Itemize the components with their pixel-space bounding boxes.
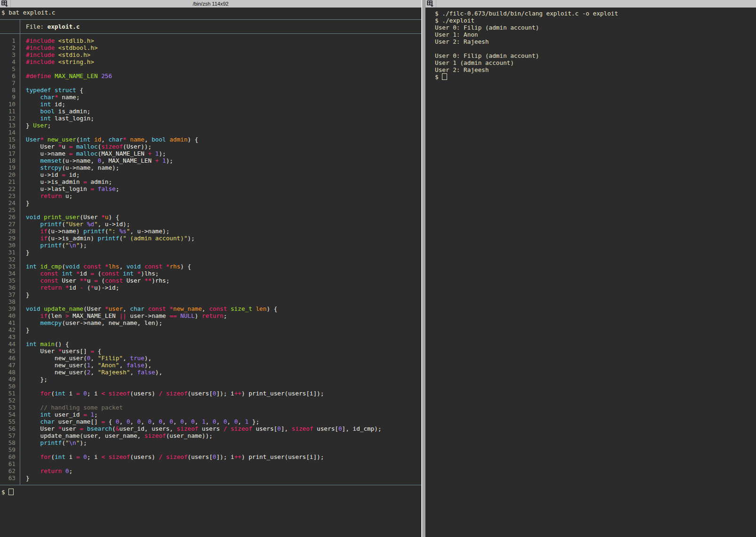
window-menu-icon [427,0,434,7]
window-title: /bin/zsh 114x92 [0,0,421,8]
prompt-symbol: $ [435,73,439,80]
code-text: memcpy(user->name, new_name, len); [26,319,162,326]
terminal-cursor [8,489,14,495]
code-line: 44int main() { [0,340,421,347]
line-number: 33 [0,263,16,270]
code-line: 22 u->last_login = false; [0,185,421,192]
line-number: 22 [0,185,16,192]
code-line: 38 [0,298,421,305]
line-number: 63 [0,474,16,482]
line-number: 23 [0,192,16,199]
line-number: 41 [0,319,16,326]
code-line: 39void update_name(User *user, char cons… [0,305,421,312]
line-number: 45 [0,347,16,355]
code-line: 37} [0,291,421,298]
code-text: // handling some packet [26,404,123,411]
left-titlebar[interactable]: /bin/zsh 114x92 [0,0,421,8]
code-text: printf("\n"); [26,242,87,249]
code-text: update_name(user, user_name, sizeof(user… [26,432,213,439]
line-number: 32 [0,256,16,263]
left-terminal-content[interactable]: $ bat exploit.c File:exploit.c 1#include… [0,8,421,537]
line-number: 38 [0,298,16,305]
output-area: $ ./filc-0.673/build/bin/clang exploit.c… [425,10,756,73]
right-terminal-content[interactable]: $ ./filc-0.673/build/bin/clang exploit.c… [425,8,756,537]
code-text: if(u->name) printf(": %s", u->name); [26,228,170,235]
line-number: 35 [0,277,16,284]
line-number: 16 [0,143,16,150]
line-number: 25 [0,206,16,213]
line-number: 17 [0,150,16,157]
bat-gutter-divider [20,19,20,485]
code-line: 23 return u; [0,192,421,199]
output-line: User 0: Filip (admin account) [425,24,756,31]
code-text: User* new_user(int id, char* name, bool … [26,136,198,143]
code-line: 63} [0,474,421,482]
line-number: 52 [0,397,16,404]
bat-rule-top [0,16,421,20]
code-text: return *id - (*u)->id; [26,284,119,291]
output-line: $ ./filc-0.673/build/bin/clang exploit.c… [425,10,756,17]
line-number: 9 [0,94,16,101]
code-text: void update_name(User *user, char const … [26,305,277,312]
line-number: 60 [0,453,16,460]
output-line: $ ./exploit [425,17,756,24]
code-line: 31} [0,249,421,256]
right-terminal-scrollbar[interactable] [422,0,425,537]
line-number: 18 [0,157,16,164]
code-text: void print_user(User *u) { [26,213,119,221]
output-line: User 0: Filip (admin account) [425,52,756,59]
code-text: bool is_admin; [26,108,91,115]
code-text: } [26,249,30,256]
bat-header: File:exploit.c [0,23,421,30]
line-number: 59 [0,446,16,453]
terminal-cursor [442,73,447,80]
line-number: 24 [0,199,16,206]
code-line: 57 update_name(user, user_name, sizeof(u… [0,432,421,439]
code-line: 28 if(u->name) printf(": %s", u->name); [0,228,421,235]
code-text: int last_login; [26,115,94,122]
line-number: 1 [0,37,16,44]
line-number: 30 [0,242,16,249]
code-text: int main() { [26,340,69,347]
output-line: User 2: Rajeesh [425,66,756,73]
right-titlebar[interactable] [425,0,756,8]
line-number: 57 [0,432,16,439]
line-number: 31 [0,249,16,256]
code-line: 29 if(u->is_admin) printf(" (admin accou… [0,235,421,242]
line-number: 19 [0,164,16,171]
bat-rule-bottom [0,482,421,485]
code-text: new_user(1, "Anon", false), [26,362,151,369]
code-line: 30 printf("\n"); [0,242,421,249]
code-line: 60 for(int i = 0; i < sizeof(users) / si… [0,453,421,460]
code-text: u->name = malloc(MAX_NAME_LEN + 1); [26,150,166,157]
code-text: #define MAX_NAME_LEN 256 [26,72,112,79]
code-text: new_user(0, "Filip", true), [26,355,151,362]
code-line: 51 for(int i = 0; i < sizeof(users) / si… [0,390,421,397]
code-text: typedef struct { [26,87,83,94]
code-line: 52 [0,397,421,404]
window-menu-button[interactable] [425,0,436,8]
code-text: u->last_login = false; [26,185,119,192]
command-text: $ bat exploit.c [1,9,55,16]
line-number: 62 [0,467,16,474]
line-number: 58 [0,439,16,446]
code-line: 5 [0,65,421,72]
bat-rule-mid [0,30,421,34]
code-line: 15User* new_user(int id, char* name, boo… [0,136,421,143]
line-number: 6 [0,72,16,79]
code-line: 33int id_cmp(void const *lhs, void const… [0,263,421,270]
line-number: 26 [0,213,16,221]
code-text: } [26,199,30,206]
code-line: 8typedef struct { [0,87,421,94]
code-line: 46 new_user(0, "Filip", true), [0,355,421,362]
code-text: User *user = bsearch(&user_id, users, si… [26,425,381,432]
code-text: printf("User %d", u->id); [26,221,130,228]
line-number: 54 [0,411,16,418]
code-text: int user_id = 1; [26,411,98,418]
code-text: return u; [26,192,72,199]
code-line: 42} [0,326,421,333]
code-line: 3#include <stdio.h> [0,51,421,58]
code-text: new_user(2, "Rajeesh", false), [26,369,162,376]
line-number: 36 [0,284,16,291]
code-text: char* name; [26,94,80,101]
